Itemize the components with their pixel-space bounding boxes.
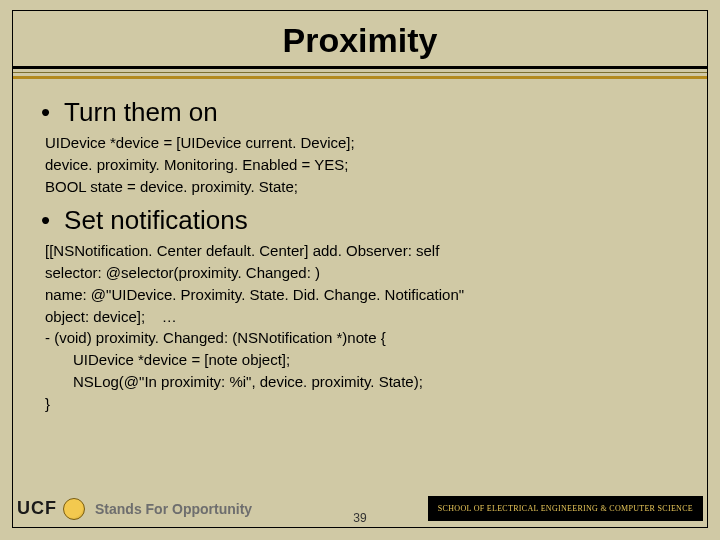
code-line: name: @"UIDevice. Proximity. State. Did.…: [45, 284, 679, 306]
slide-title: Proximity: [13, 21, 707, 60]
code-line: UIDevice *device = [note object];: [45, 349, 679, 371]
code-line: }: [45, 393, 679, 415]
code-line: BOOL state = device. proximity. State;: [45, 176, 679, 198]
code-line: object: device]; …: [45, 306, 679, 328]
code-block-2: [[NSNotification. Center default. Center…: [41, 240, 679, 414]
bullet-text: Set notifications: [64, 205, 248, 236]
slide-body: • Turn them on UIDevice *device = [UIDev…: [13, 79, 707, 414]
bullet-turn-on: • Turn them on: [41, 97, 679, 128]
slide-frame: Proximity • Turn them on UIDevice *devic…: [12, 10, 708, 528]
code-line: [[NSNotification. Center default. Center…: [45, 240, 679, 262]
bullet-dot-icon: •: [41, 99, 50, 125]
code-line: selector: @selector(proximity. Changed: …: [45, 262, 679, 284]
bullet-set-notifications: • Set notifications: [41, 205, 679, 236]
bullet-text: Turn them on: [64, 97, 218, 128]
code-block-1: UIDevice *device = [UIDevice current. De…: [41, 132, 679, 197]
divider-thin: [13, 72, 707, 73]
bullet-dot-icon: •: [41, 207, 50, 233]
code-line: NSLog(@"In proximity: %i", device. proxi…: [45, 371, 679, 393]
code-line: UIDevice *device = [UIDevice current. De…: [45, 132, 679, 154]
code-line: device. proximity. Monitoring. Enabled =…: [45, 154, 679, 176]
title-divider: [13, 66, 707, 79]
divider-thick: [13, 66, 707, 69]
code-line: - (void) proximity. Changed: (NSNotifica…: [45, 327, 679, 349]
page-number: 39: [13, 511, 707, 525]
